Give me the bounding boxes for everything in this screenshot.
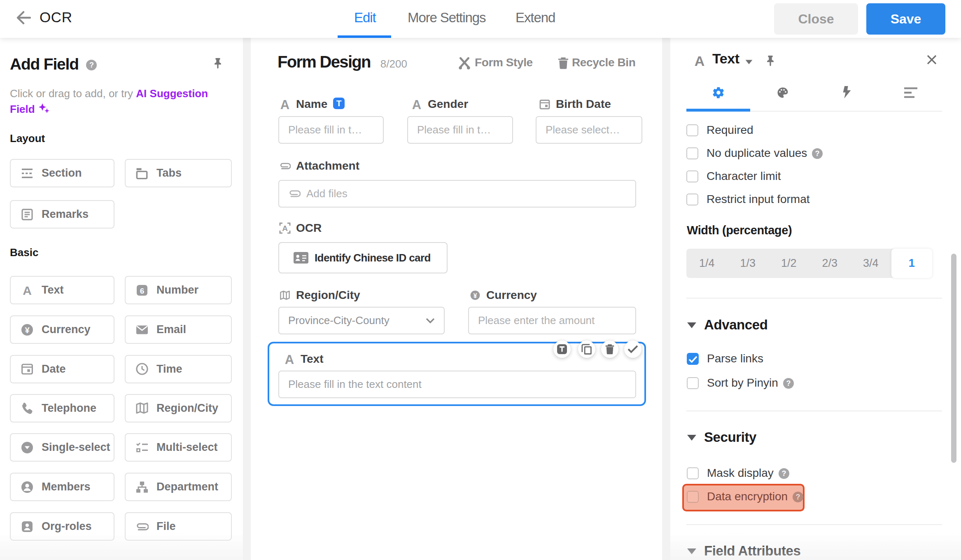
svg-text:A: A: [285, 353, 294, 365]
svg-text:A: A: [412, 98, 421, 110]
svg-text:¥: ¥: [25, 326, 30, 335]
svg-text:?: ?: [815, 149, 820, 158]
svg-text:¥: ¥: [473, 292, 477, 299]
svg-text:A: A: [282, 224, 288, 233]
svg-text:A: A: [23, 284, 32, 297]
svg-text:?: ?: [781, 469, 786, 478]
svg-text:A: A: [280, 98, 289, 110]
svg-text:?: ?: [89, 61, 93, 69]
svg-text:?: ?: [796, 493, 800, 501]
svg-text:A: A: [695, 54, 705, 67]
svg-text:?: ?: [786, 379, 791, 387]
svg-text:6: 6: [140, 287, 145, 295]
